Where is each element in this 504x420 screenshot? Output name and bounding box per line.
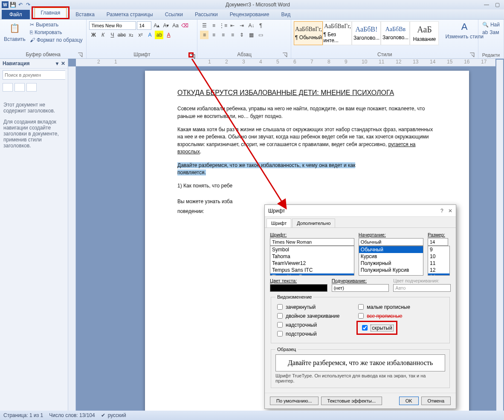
italic-button[interactable]: К (98, 31, 107, 39)
clear-formatting-icon[interactable]: ⌫ (180, 21, 189, 30)
font-color-select[interactable] (270, 284, 327, 292)
font-color-icon[interactable]: A (164, 31, 173, 39)
strike-button[interactable]: abc (117, 31, 126, 39)
replace-button[interactable]: abЗам (481, 29, 501, 36)
nav-search[interactable]: 🔍 (3, 70, 65, 80)
styles-dialog-launcher[interactable] (469, 52, 475, 58)
nav-search-input[interactable] (3, 71, 65, 79)
btn-cancel[interactable]: Отмена (421, 397, 451, 405)
status-words[interactable]: Число слов: 13/104 (49, 412, 95, 418)
align-left-icon[interactable]: ≡ (200, 31, 209, 39)
dialog-help-icon[interactable]: ? (437, 208, 447, 214)
underline-select[interactable]: (нет) (332, 284, 389, 292)
redo-icon[interactable]: ↷ (25, 1, 32, 8)
change-case-icon[interactable]: Aa (171, 21, 180, 30)
scissors-icon: ✂ (30, 22, 34, 28)
chk-hidden[interactable]: скрытый (360, 324, 393, 332)
align-right-icon[interactable]: ≡ (219, 31, 227, 39)
file-tab[interactable]: Файл (2, 10, 30, 19)
justify-icon[interactable]: ≡ (228, 31, 237, 39)
dialog-tab-advanced[interactable]: Дополнительно (292, 219, 335, 227)
tab-insert[interactable]: Вставка (70, 10, 101, 19)
maximize-icon[interactable]: ▢ (495, 2, 500, 8)
font-size-list[interactable]: 910111214 (428, 246, 450, 276)
tab-home[interactable]: Главная (35, 8, 67, 18)
cut-button[interactable]: ✂Вырезать (29, 21, 84, 28)
chk-sub[interactable]: подстрочный (275, 330, 339, 338)
tab-review[interactable]: Рецензирование (224, 10, 275, 19)
vertical-scrollbar[interactable] (496, 60, 503, 419)
status-lang[interactable]: ✔русский (101, 412, 126, 418)
font-dialog-launcher[interactable] (188, 52, 194, 58)
style-title[interactable]: АаБНазвание (410, 21, 439, 45)
show-marks-icon[interactable]: ¶ (256, 21, 265, 30)
tab-mail[interactable]: Рассылки (189, 10, 224, 19)
font-style-field[interactable] (359, 238, 423, 246)
style-nospacing[interactable]: АаБбВвГг,¶ Без инте... (323, 21, 352, 45)
paste-button[interactable]: Вставить (3, 36, 27, 43)
clipboard-dialog-launcher[interactable] (78, 52, 83, 58)
subscript-button[interactable]: x₂ (127, 31, 135, 39)
lbl-underline: Подчеркивание: (332, 278, 389, 283)
style-heading2[interactable]: АаБбВвЗаголово... (381, 21, 410, 45)
chk-strike[interactable]: зачеркнутый (275, 303, 339, 311)
text-effects-icon[interactable]: A (145, 31, 154, 39)
btn-default[interactable]: По умолчанию... (270, 397, 319, 405)
chk-allcaps[interactable]: все прописные (356, 312, 410, 320)
format-painter-button[interactable]: 🖌Формат по образцу (29, 37, 84, 43)
undo-icon[interactable]: ↶ (17, 1, 24, 8)
nav-tab-pages[interactable] (14, 83, 25, 92)
superscript-button[interactable]: x² (136, 31, 145, 39)
nav-dropdown-icon[interactable]: ▾ (56, 60, 58, 66)
increase-indent-icon[interactable]: ⇥ (238, 21, 246, 30)
numbering-icon[interactable]: ≡ (209, 21, 218, 30)
nav-tab-results[interactable] (26, 83, 37, 92)
paragraph-dialog-launcher[interactable] (282, 52, 287, 58)
tab-layout[interactable]: Разметка страницы (101, 10, 159, 19)
grow-font-icon[interactable]: A▴ (152, 21, 161, 30)
font-name-input[interactable] (89, 21, 136, 30)
underline-color-select[interactable]: Авто (393, 284, 451, 292)
vertical-ruler[interactable] (68, 66, 76, 420)
minimize-icon[interactable]: — (484, 2, 489, 8)
find-button[interactable]: 🔍Най (481, 21, 501, 28)
decrease-indent-icon[interactable]: ⇤ (228, 21, 237, 30)
font-size-input[interactable] (137, 21, 151, 30)
title-bar: W 💾 ↶ ↷ Документ3 - Microsoft Word — ▢ (0, 0, 504, 9)
paste-icon[interactable]: 📋 (8, 21, 21, 35)
nav-close-icon[interactable]: ✕ (61, 60, 65, 66)
chk-dstrike[interactable]: двойное зачеркивание (275, 312, 339, 320)
shading-icon[interactable]: ▦ (247, 31, 255, 39)
font-name-field[interactable] (270, 238, 354, 246)
sort-icon[interactable]: A↓ (247, 21, 255, 30)
copy-button[interactable]: ⎘Копировать (29, 29, 84, 36)
btn-ok[interactable]: OK (399, 397, 419, 405)
status-page[interactable]: Страница: 1 из 1 (3, 412, 43, 418)
underline-button[interactable]: Ч (108, 31, 116, 39)
tab-refs[interactable]: Ссылки (159, 10, 189, 19)
bullets-icon[interactable]: ☰ (200, 21, 209, 30)
style-heading1[interactable]: АаБбВ!Заголово... (352, 21, 381, 45)
change-styles-icon[interactable]: A (461, 21, 468, 32)
font-style-list[interactable]: ОбычныйКурсивПолужирныйПолужирный Курсив (359, 246, 423, 276)
style-normal[interactable]: АаБбВвГг,¶ Обычный (294, 21, 323, 45)
style-gallery[interactable]: АаБбВвГг,¶ Обычный АаБбВвГг,¶ Без инте..… (294, 21, 439, 45)
horizontal-ruler[interactable]: 2 1 1 2 3 4 5 6 7 8 9 10 11 12 13 14 15 … (76, 59, 495, 66)
btn-textfx[interactable]: Текстовые эффекты... (321, 397, 382, 405)
nav-tab-headings[interactable] (3, 83, 13, 92)
dialog-close-icon[interactable]: ✕ (448, 208, 452, 214)
tab-view[interactable]: Вид (275, 10, 296, 19)
line-spacing-icon[interactable]: ⇕ (238, 31, 246, 39)
font-name-list[interactable]: SymbolTahomaTeamViewer12Tempus Sans ITCT… (270, 246, 354, 276)
multilevel-icon[interactable]: ⋮≡ (219, 21, 227, 30)
shrink-font-icon[interactable]: A▾ (162, 21, 170, 30)
highlight-icon[interactable]: ab (155, 31, 163, 39)
chk-super[interactable]: надстрочный (275, 321, 339, 329)
font-size-field[interactable] (428, 238, 448, 246)
borders-icon[interactable]: ▭ (256, 31, 265, 39)
bold-button[interactable]: Ж (89, 31, 98, 39)
align-center-icon[interactable]: ≡ (209, 31, 218, 39)
chk-smallcaps[interactable]: малые прописные (356, 303, 410, 311)
save-icon[interactable]: 💾 (9, 1, 16, 8)
dialog-tab-font[interactable]: Шрифт (266, 219, 291, 227)
